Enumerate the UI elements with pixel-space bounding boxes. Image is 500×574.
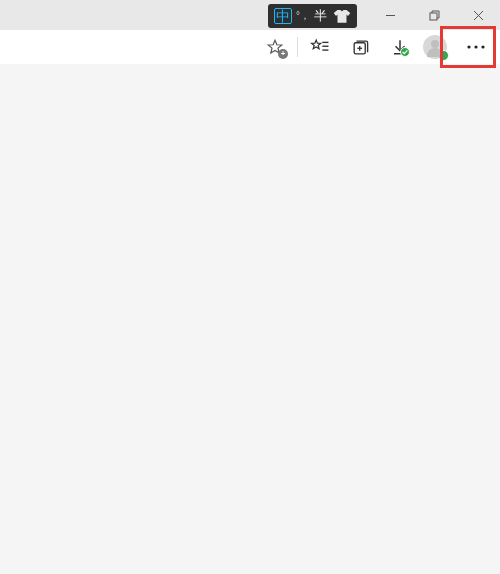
svg-point-13 — [474, 45, 477, 48]
page-content-empty — [0, 64, 500, 574]
svg-point-12 — [467, 45, 470, 48]
svg-point-14 — [481, 45, 484, 48]
ellipsis-icon — [467, 45, 485, 49]
browser-window: 中 °， 半 + — [0, 0, 500, 574]
tshirt-icon — [333, 8, 351, 24]
avatar-icon — [423, 35, 447, 59]
ime-separator: °， — [296, 9, 310, 23]
title-bar — [0, 0, 500, 30]
browser-toolbar: + — [0, 30, 500, 65]
downloads-status-dot — [400, 47, 410, 57]
favorites-button[interactable] — [300, 31, 340, 63]
profile-button[interactable] — [420, 31, 454, 63]
ime-mode-label: 中 — [274, 8, 292, 24]
menu-button[interactable] — [454, 31, 498, 63]
ime-width-label: 半 — [314, 7, 327, 25]
ime-indicator[interactable]: 中 °， 半 — [268, 4, 357, 28]
maximize-button[interactable] — [412, 0, 456, 30]
toolbar-divider — [297, 37, 298, 57]
collections-button[interactable] — [340, 31, 380, 63]
close-button[interactable] — [456, 0, 500, 30]
svg-rect-1 — [430, 13, 437, 20]
downloads-button[interactable] — [380, 31, 420, 63]
profile-status-dot — [438, 50, 449, 61]
add-favorite-button[interactable]: + — [261, 31, 289, 63]
address-bar-zone[interactable]: + — [0, 30, 295, 64]
minimize-button[interactable] — [368, 0, 412, 30]
window-controls — [368, 0, 500, 30]
